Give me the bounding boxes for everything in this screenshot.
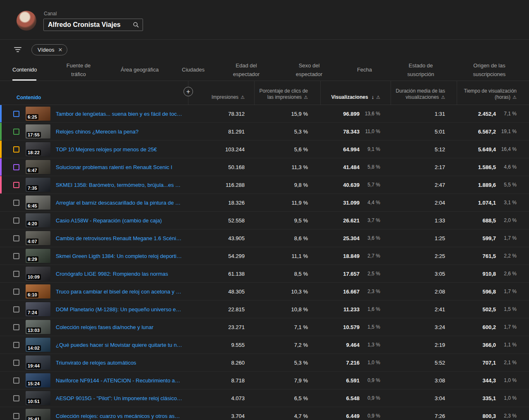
row-checkbox[interactable]: [13, 164, 19, 170]
video-thumbnail[interactable]: 13:03: [26, 320, 50, 334]
video-thumbnail[interactable]: 6:45: [26, 196, 50, 210]
avg-view-duration-value: 1:33: [391, 217, 457, 224]
tab-area-geografica[interactable]: Área geográfica: [121, 60, 159, 81]
video-thumbnail[interactable]: 25:41: [26, 409, 50, 420]
tab-edad-del-espectador[interactable]: Edad del espectador: [226, 60, 266, 81]
video-title-link[interactable]: TOP 10 Mejores relojes por menos de 25€: [56, 146, 163, 153]
row-checkbox[interactable]: [13, 200, 19, 206]
column-header-avg-view-duration[interactable]: Duración media de las visualizaciones⚠︎: [391, 81, 457, 105]
video-title-link[interactable]: Colección relojes: cuarzo vs mecánicos y…: [56, 413, 188, 419]
video-title-link[interactable]: Cronógrafo LIGE 9982: Rompiendo las norm…: [56, 271, 174, 277]
video-thumbnail[interactable]: 7:35: [26, 178, 50, 192]
watch-time-cell: 5.649,4 16,4 %: [457, 146, 529, 153]
row-checkbox[interactable]: [13, 182, 19, 188]
column-header-watch-time[interactable]: Tiempo de visualización (horas)⚠︎: [457, 81, 529, 105]
video-cell: 6:45 Arreglar el barniz descascarillado …: [0, 194, 188, 211]
video-duration-badge: 4:07: [26, 239, 38, 244]
video-title-link[interactable]: Cambio de retrovisores Renault Megane 1.…: [56, 235, 188, 241]
impressions-value: 50.168: [188, 164, 254, 170]
close-icon[interactable]: ✕: [58, 47, 62, 52]
video-title-link[interactable]: Naviforce NF9144 - ATENCION - Recubrimie…: [56, 377, 188, 384]
video-thumbnail[interactable]: 14:02: [26, 338, 50, 352]
row-checkbox[interactable]: [13, 129, 19, 135]
row-checkbox[interactable]: [13, 271, 19, 277]
video-title-link[interactable]: Relojes chinos ¿Merecen la pena?: [56, 129, 144, 135]
views-percent: 0,9 %: [360, 377, 380, 383]
video-title-link[interactable]: Tambor de lengüetas... suena bien y es f…: [56, 111, 188, 117]
video-thumbnail[interactable]: 6:47: [26, 160, 50, 174]
row-checkbox[interactable]: [13, 413, 19, 419]
row-checkbox[interactable]: [13, 306, 19, 313]
watch-percent: 1,7 %: [496, 235, 517, 241]
video-title-link[interactable]: Truco para cambiar el bisel de reloj con…: [56, 289, 188, 295]
tab-fuente-de-trafico[interactable]: Fuente de tráfico: [60, 60, 98, 81]
video-title-link[interactable]: Colección relojes fases dia/noche y luna…: [56, 324, 159, 330]
views-cell: 6.548 0,9 %: [320, 395, 391, 401]
video-title-link[interactable]: Skmei Green Ligth 1384: Un completo relo…: [56, 253, 188, 259]
row-checkbox[interactable]: [13, 235, 19, 241]
tab-sexo-del-espectador[interactable]: Sexo del espectador: [289, 60, 329, 81]
video-duration-badge: 6:10: [26, 292, 38, 298]
video-thumbnail[interactable]: 7:24: [26, 302, 50, 316]
watch-time-cell: 910,8 2,6 %: [457, 271, 529, 277]
tab-estado-de-suscripcion[interactable]: Estado de suscripción: [400, 60, 441, 81]
video-thumbnail[interactable]: 15:24: [26, 373, 50, 387]
row-checkbox[interactable]: [13, 253, 19, 259]
video-cell: 4:20 Casio A158W - Reparación (cambio de…: [0, 212, 188, 229]
video-title-link[interactable]: Solucionar problemas ralentí en Renault …: [56, 164, 178, 170]
row-checkbox[interactable]: [13, 217, 19, 224]
watch-percent: 1,7 %: [496, 289, 517, 294]
row-checkbox[interactable]: [13, 324, 19, 330]
views-cell: 26.621 3,7 %: [320, 217, 391, 224]
row-checkbox[interactable]: [13, 395, 19, 401]
filter-chip-videos[interactable]: Vídeos ✕: [31, 44, 67, 55]
video-thumbnail[interactable]: 6:10: [26, 284, 50, 298]
tab-fecha[interactable]: Fecha: [352, 60, 377, 81]
filter-icon[interactable]: [14, 47, 21, 52]
search-icon[interactable]: [133, 21, 139, 28]
row-checkbox[interactable]: [13, 111, 19, 117]
impressions-value: 8.260: [188, 360, 254, 366]
video-thumbnail[interactable]: 19:44: [26, 356, 50, 370]
column-header-ctr[interactable]: Porcentaje de clics de las impresiones⚠︎: [254, 81, 320, 105]
row-checkbox[interactable]: [13, 377, 19, 384]
tab-origen-de-las-suscripciones[interactable]: Origen de las suscripciones: [465, 60, 514, 81]
avg-view-duration-value: 5:12: [391, 146, 457, 153]
content-column-header[interactable]: Contenido: [17, 95, 41, 100]
impressions-value: 81.291: [188, 129, 254, 135]
video-thumbnail[interactable]: 10:51: [26, 391, 50, 405]
row-checkbox[interactable]: [13, 289, 19, 295]
column-header-impressions[interactable]: Impresiones⚠︎: [188, 81, 254, 105]
video-title-link[interactable]: DOM Planetario (M-1288): Un pequeño univ…: [56, 306, 188, 313]
video-title-link[interactable]: ¿Qué puedes hacer si Movistar quiere qui…: [56, 342, 188, 348]
avg-view-duration-value: 3:24: [391, 324, 457, 330]
video-thumbnail[interactable]: 4:07: [26, 231, 50, 245]
tab-ciudades[interactable]: Ciudades: [182, 60, 203, 81]
channel-search-box[interactable]: Alfredo Cronista Viajes: [43, 19, 143, 31]
video-thumbnail[interactable]: 17:55: [26, 124, 50, 138]
row-checkbox[interactable]: [13, 146, 19, 153]
tab-contenido[interactable]: Contenido: [12, 60, 36, 81]
video-thumbnail[interactable]: 6:25: [26, 107, 50, 121]
video-thumbnail[interactable]: 8:29: [26, 249, 50, 263]
video-title-link[interactable]: Triunvirato de relojes automáticos: [56, 360, 142, 366]
views-cell: 11.233 1,6 %: [320, 306, 391, 313]
video-cell: 7:24 DOM Planetario (M-1288): Un pequeño…: [0, 301, 188, 318]
video-thumbnail[interactable]: 4:20: [26, 213, 50, 227]
video-thumbnail[interactable]: 10:09: [26, 267, 50, 281]
views-percent: 2,5 %: [360, 271, 380, 277]
views-percent: 3,7 %: [360, 217, 380, 223]
avg-view-duration-value: 2:25: [391, 253, 457, 259]
row-checkbox[interactable]: [13, 360, 19, 366]
video-title-link[interactable]: SKMEI 1358: Barómetro, termómetro, brúju…: [56, 182, 188, 188]
video-title-link[interactable]: Arreglar el barniz descascarillado de la…: [56, 200, 188, 206]
row-checkbox[interactable]: [13, 342, 19, 348]
video-title-link[interactable]: Casio A158W - Reparación (cambio de caja…: [56, 217, 168, 224]
column-header-views[interactable]: Visualizaciones↓⚠︎: [320, 81, 391, 105]
views-value: 6.548: [346, 395, 360, 401]
video-cell: 19:44 Triunvirato de relojes automáticos: [0, 354, 188, 371]
video-cell: 6:10 Truco para cambiar el bisel de relo…: [0, 283, 188, 300]
video-title-link[interactable]: AESOP 9015G - "Pilot": Un imponente relo…: [56, 395, 188, 401]
add-metric-button[interactable]: +: [183, 87, 193, 96]
video-thumbnail[interactable]: 18:22: [26, 142, 50, 156]
